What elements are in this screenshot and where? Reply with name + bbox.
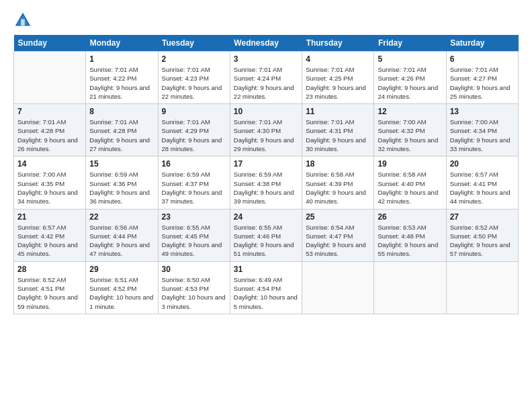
day-number: 9 (162, 107, 226, 116)
col-thursday: Thursday (302, 35, 374, 52)
table-row: 16Sunrise: 6:59 AMSunset: 4:37 PMDayligh… (158, 156, 230, 209)
table-row: 17Sunrise: 6:59 AMSunset: 4:38 PMDayligh… (230, 156, 302, 209)
table-row: 3Sunrise: 7:01 AMSunset: 4:24 PMDaylight… (230, 52, 302, 104)
col-tuesday: Tuesday (158, 35, 230, 52)
table-row: 4Sunrise: 7:01 AMSunset: 4:25 PMDaylight… (302, 52, 374, 104)
table-row: 20Sunrise: 6:57 AMSunset: 4:41 PMDayligh… (446, 156, 518, 209)
day-info: Sunrise: 6:51 AMSunset: 4:52 PMDaylight:… (89, 275, 154, 311)
day-number: 25 (306, 212, 370, 222)
col-monday: Monday (86, 35, 158, 52)
day-number: 29 (89, 265, 154, 274)
calendar-header-row: Sunday Monday Tuesday Wednesday Thursday… (14, 35, 519, 52)
day-info: Sunrise: 7:01 AMSunset: 4:30 PMDaylight:… (234, 118, 298, 153)
day-number: 18 (306, 159, 370, 169)
day-info: Sunrise: 6:57 AMSunset: 4:42 PMDaylight:… (17, 223, 82, 259)
day-info: Sunrise: 7:00 AMSunset: 4:35 PMDaylight:… (17, 170, 82, 205)
day-number: 24 (234, 212, 298, 222)
calendar-week-row: 7Sunrise: 7:01 AMSunset: 4:28 PMDaylight… (14, 104, 519, 156)
day-info: Sunrise: 7:01 AMSunset: 4:27 PMDaylight:… (450, 65, 515, 101)
day-number: 14 (17, 159, 82, 169)
day-info: Sunrise: 6:54 AMSunset: 4:47 PMDaylight:… (306, 223, 370, 259)
day-number: 4 (306, 54, 370, 64)
table-row: 11Sunrise: 7:01 AMSunset: 4:31 PMDayligh… (302, 104, 374, 156)
table-row: 14Sunrise: 7:00 AMSunset: 4:35 PMDayligh… (14, 156, 86, 209)
calendar-week-row: 1Sunrise: 7:01 AMSunset: 4:22 PMDaylight… (14, 52, 519, 104)
day-info: Sunrise: 6:56 AMSunset: 4:44 PMDaylight:… (89, 223, 154, 259)
day-info: Sunrise: 6:49 AMSunset: 4:54 PMDaylight:… (234, 275, 298, 311)
table-row: 7Sunrise: 7:01 AMSunset: 4:28 PMDaylight… (14, 104, 86, 156)
day-number: 27 (450, 212, 515, 222)
header (13, 11, 519, 30)
table-row (446, 261, 518, 314)
day-info: Sunrise: 6:59 AMSunset: 4:37 PMDaylight:… (162, 170, 226, 205)
day-info: Sunrise: 7:01 AMSunset: 4:28 PMDaylight:… (89, 118, 154, 153)
col-saturday: Saturday (446, 35, 518, 52)
day-info: Sunrise: 7:01 AMSunset: 4:24 PMDaylight:… (234, 65, 298, 101)
day-number: 22 (89, 212, 154, 222)
table-row: 28Sunrise: 6:52 AMSunset: 4:51 PMDayligh… (14, 261, 86, 314)
day-number: 11 (306, 107, 370, 116)
logo (13, 11, 35, 30)
calendar-week-row: 28Sunrise: 6:52 AMSunset: 4:51 PMDayligh… (14, 261, 519, 314)
day-info: Sunrise: 7:00 AMSunset: 4:34 PMDaylight:… (450, 118, 515, 153)
table-row: 26Sunrise: 6:53 AMSunset: 4:48 PMDayligh… (374, 209, 446, 261)
table-row: 15Sunrise: 6:59 AMSunset: 4:36 PMDayligh… (86, 156, 158, 209)
col-wednesday: Wednesday (230, 35, 302, 52)
calendar-week-row: 14Sunrise: 7:00 AMSunset: 4:35 PMDayligh… (14, 156, 519, 209)
table-row: 24Sunrise: 6:55 AMSunset: 4:46 PMDayligh… (230, 209, 302, 261)
day-number: 19 (378, 159, 442, 169)
day-number: 13 (450, 107, 515, 116)
day-number: 12 (378, 107, 442, 116)
day-number: 31 (234, 265, 298, 274)
col-friday: Friday (374, 35, 446, 52)
table-row: 1Sunrise: 7:01 AMSunset: 4:22 PMDaylight… (86, 52, 158, 104)
day-info: Sunrise: 6:58 AMSunset: 4:39 PMDaylight:… (306, 170, 370, 205)
day-number: 6 (450, 54, 515, 64)
day-info: Sunrise: 6:55 AMSunset: 4:46 PMDaylight:… (234, 223, 298, 259)
table-row: 30Sunrise: 6:50 AMSunset: 4:53 PMDayligh… (158, 261, 230, 314)
table-row: 13Sunrise: 7:00 AMSunset: 4:34 PMDayligh… (446, 104, 518, 156)
table-row: 8Sunrise: 7:01 AMSunset: 4:28 PMDaylight… (86, 104, 158, 156)
table-row: 29Sunrise: 6:51 AMSunset: 4:52 PMDayligh… (86, 261, 158, 314)
day-info: Sunrise: 6:59 AMSunset: 4:38 PMDaylight:… (234, 170, 298, 205)
day-info: Sunrise: 6:52 AMSunset: 4:51 PMDaylight:… (17, 275, 82, 311)
day-number: 17 (234, 159, 298, 169)
table-row (302, 261, 374, 314)
table-row: 31Sunrise: 6:49 AMSunset: 4:54 PMDayligh… (230, 261, 302, 314)
day-info: Sunrise: 6:50 AMSunset: 4:53 PMDaylight:… (162, 275, 226, 311)
day-info: Sunrise: 7:01 AMSunset: 4:22 PMDaylight:… (89, 65, 154, 101)
table-row: 21Sunrise: 6:57 AMSunset: 4:42 PMDayligh… (14, 209, 86, 261)
table-row: 23Sunrise: 6:55 AMSunset: 4:45 PMDayligh… (158, 209, 230, 261)
table-row (14, 52, 86, 104)
table-row: 18Sunrise: 6:58 AMSunset: 4:39 PMDayligh… (302, 156, 374, 209)
table-row: 27Sunrise: 6:52 AMSunset: 4:50 PMDayligh… (446, 209, 518, 261)
day-number: 28 (17, 265, 82, 274)
table-row (374, 261, 446, 314)
table-row: 5Sunrise: 7:01 AMSunset: 4:26 PMDaylight… (374, 52, 446, 104)
day-number: 2 (162, 54, 226, 64)
day-number: 16 (162, 159, 226, 169)
table-row: 6Sunrise: 7:01 AMSunset: 4:27 PMDaylight… (446, 52, 518, 104)
day-number: 10 (234, 107, 298, 116)
col-sunday: Sunday (14, 35, 86, 52)
day-info: Sunrise: 6:58 AMSunset: 4:40 PMDaylight:… (378, 170, 442, 205)
day-info: Sunrise: 7:01 AMSunset: 4:26 PMDaylight:… (378, 65, 442, 101)
page: Sunday Monday Tuesday Wednesday Thursday… (0, 0, 532, 411)
table-row: 22Sunrise: 6:56 AMSunset: 4:44 PMDayligh… (86, 209, 158, 261)
day-info: Sunrise: 7:01 AMSunset: 4:25 PMDaylight:… (306, 65, 370, 101)
day-info: Sunrise: 7:01 AMSunset: 4:28 PMDaylight:… (17, 118, 82, 153)
day-number: 7 (17, 107, 82, 116)
day-info: Sunrise: 6:59 AMSunset: 4:36 PMDaylight:… (89, 170, 154, 205)
table-row: 19Sunrise: 6:58 AMSunset: 4:40 PMDayligh… (374, 156, 446, 209)
day-number: 5 (378, 54, 442, 64)
day-number: 1 (89, 54, 154, 64)
day-number: 3 (234, 54, 298, 64)
calendar-week-row: 21Sunrise: 6:57 AMSunset: 4:42 PMDayligh… (14, 209, 519, 261)
day-info: Sunrise: 6:57 AMSunset: 4:41 PMDaylight:… (450, 170, 515, 205)
day-info: Sunrise: 7:01 AMSunset: 4:31 PMDaylight:… (306, 118, 370, 153)
table-row: 12Sunrise: 7:00 AMSunset: 4:32 PMDayligh… (374, 104, 446, 156)
day-info: Sunrise: 7:01 AMSunset: 4:29 PMDaylight:… (162, 118, 226, 153)
day-info: Sunrise: 6:52 AMSunset: 4:50 PMDaylight:… (450, 223, 515, 259)
day-number: 23 (162, 212, 226, 222)
day-number: 21 (17, 212, 82, 222)
